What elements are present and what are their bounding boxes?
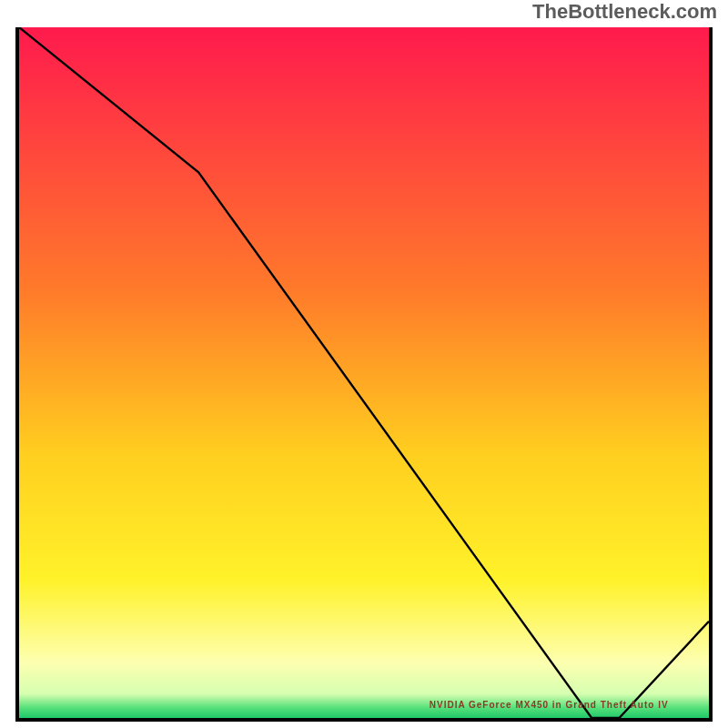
plot-area: NVIDIA GeForce MX450 in Grand Theft Auto… bbox=[15, 27, 713, 722]
chart-svg bbox=[19, 27, 709, 718]
chart-container: TheBottleneck.com NVIDIA GeForce MX450 i… bbox=[0, 0, 728, 728]
annotation-label: NVIDIA GeForce MX450 in Grand Theft Auto… bbox=[430, 699, 669, 709]
gradient-bg bbox=[19, 27, 709, 718]
watermark-text: TheBottleneck.com bbox=[532, 0, 717, 24]
